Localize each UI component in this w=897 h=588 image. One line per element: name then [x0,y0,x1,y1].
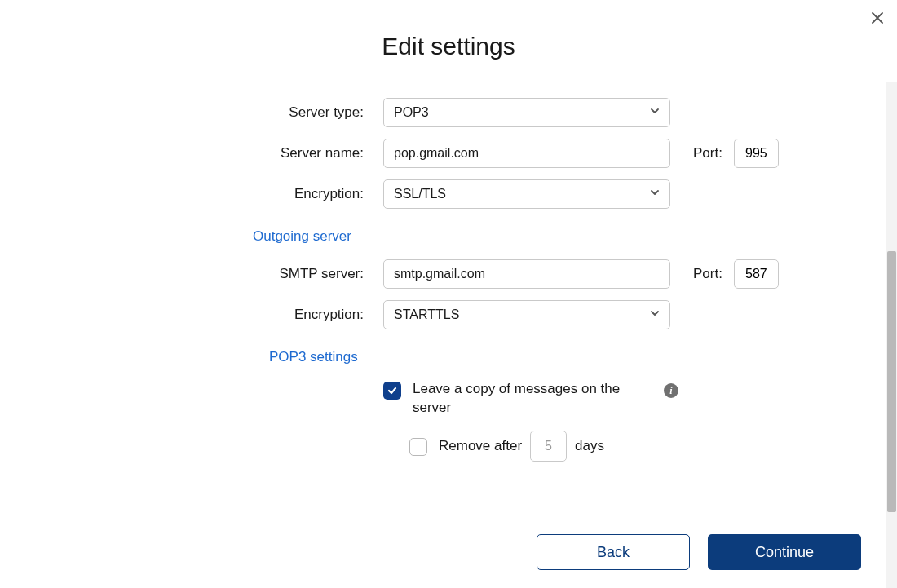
remove-after-days-input[interactable] [530,431,567,462]
remove-after-suffix: days [575,438,604,454]
info-icon[interactable]: i [664,383,678,398]
incoming-encryption-value: SSL/TLS [394,187,446,201]
back-button[interactable]: Back [537,534,690,570]
outgoing-encryption-value: STARTTLS [394,307,459,322]
server-type-select[interactable]: POP3 [383,98,670,127]
incoming-port-input[interactable] [734,139,779,168]
checkmark-icon [387,385,398,396]
page-title: Edit settings [0,33,897,60]
smtp-server-input[interactable] [383,259,670,289]
incoming-encryption-select[interactable]: SSL/TLS [383,179,670,209]
form-scroll-area: Server type: POP3 Server name: Port: Enc… [0,82,897,515]
continue-button[interactable]: Continue [708,534,861,570]
scrollbar-track[interactable] [886,82,897,588]
pop3-section-title: POP3 settings [269,349,807,365]
scrollbar-thumb[interactable] [887,251,896,512]
outgoing-port-input[interactable] [734,259,779,289]
remove-after-label: Remove after [439,438,522,454]
incoming-encryption-label: Encryption: [90,186,383,202]
server-name-input[interactable] [383,139,670,168]
smtp-server-label: SMTP server: [90,266,383,282]
server-name-label: Server name: [90,145,383,161]
incoming-port-label: Port: [693,145,722,161]
leave-copy-checkbox[interactable] [383,382,401,400]
outgoing-section-title: Outgoing server [253,228,807,245]
server-type-value: POP3 [394,105,429,120]
outgoing-encryption-select[interactable]: STARTTLS [383,300,670,329]
close-button[interactable] [868,8,887,28]
server-type-label: Server type: [90,104,383,121]
remove-after-checkbox[interactable] [409,438,427,456]
outgoing-port-label: Port: [693,266,722,282]
close-icon [871,11,884,24]
dialog-footer: Back Continue [537,534,861,570]
outgoing-encryption-label: Encryption: [90,307,383,323]
leave-copy-label: Leave a copy of messages on the server [413,380,641,418]
